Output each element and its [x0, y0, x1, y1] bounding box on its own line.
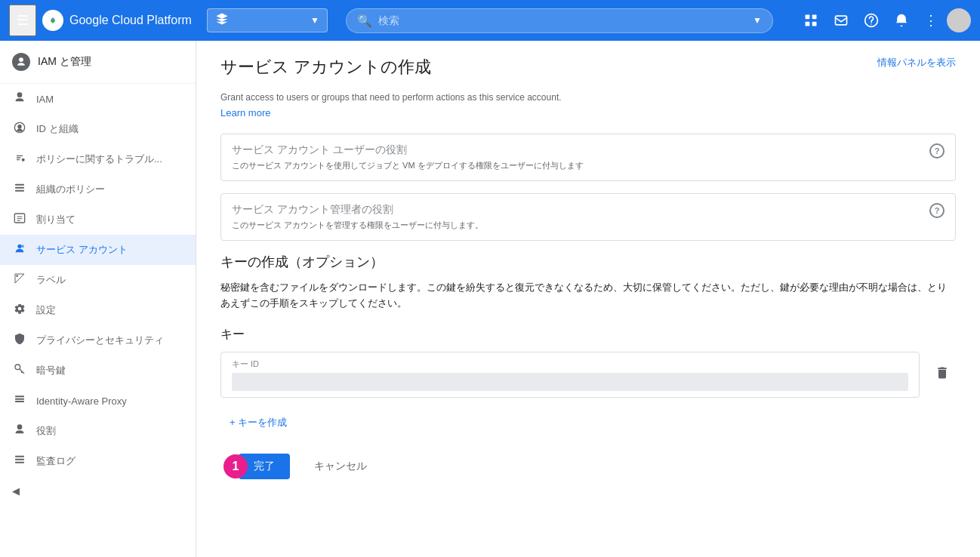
- support-icon[interactable]: [827, 7, 855, 34]
- svg-rect-4: [812, 22, 817, 26]
- app-title: Google Cloud Platform: [69, 14, 192, 27]
- project-dropdown-icon: ▼: [310, 15, 319, 26]
- label-icon: [12, 272, 27, 288]
- page-header: サービス アカウントの作成 情報パネルを表示: [220, 56, 956, 78]
- header-actions: ⋮: [797, 6, 971, 35]
- key-section-title: キーの作成（オプション）: [220, 253, 956, 271]
- sidebar-item-label: プライバシーとセキュリティ: [36, 334, 164, 347]
- user-role-field-content: サービス アカウント ユーザーの役割 このサービス アカウントを使用してジョブと…: [232, 143, 584, 171]
- service-account-icon: [12, 242, 27, 257]
- user-avatar[interactable]: [947, 8, 971, 32]
- project-selector[interactable]: ▼: [207, 8, 328, 32]
- sidebar-item-org-policy[interactable]: 組織のポリシー: [0, 174, 196, 205]
- sidebar-item-allocation[interactable]: 割り当て: [0, 205, 196, 235]
- sidebar-item-label: ラベル: [36, 273, 66, 287]
- apps-icon[interactable]: [797, 7, 824, 34]
- key-section: キーの作成（オプション） 秘密鍵を含むファイルをダウンロードします。この鍵を紛失…: [220, 253, 956, 479]
- sidebar-item-label: ID と組織: [36, 122, 79, 136]
- main-content: サービス アカウントの作成 情報パネルを表示 Grant access to u…: [196, 41, 980, 557]
- user-role-label: サービス アカウント ユーザーの役割: [232, 143, 584, 157]
- cancel-button[interactable]: キャンセル: [302, 454, 379, 479]
- privacy-security-icon: [12, 333, 27, 348]
- key-description: 秘密鍵を含むファイルをダウンロードします。この鍵を紛失すると復元できなくなるため…: [220, 280, 956, 312]
- admin-role-description: このサービス アカウントを管理する権限をユーザーに付与します。: [232, 220, 483, 231]
- id-org-icon: [12, 122, 27, 137]
- user-role-description: このサービス アカウントを使用してジョブと VM をデプロイする権限をユーザーに…: [232, 160, 584, 171]
- user-role-help-icon[interactable]: ?: [929, 143, 945, 158]
- sidebar-item-id-org[interactable]: ID と組織: [0, 114, 196, 144]
- svg-rect-5: [836, 16, 847, 25]
- search-input[interactable]: [378, 14, 747, 26]
- sidebar-item-crypto-key[interactable]: 暗号鍵: [0, 355, 196, 386]
- svg-rect-24: [15, 462, 24, 463]
- description-text: Grant access to users or groups that nee…: [220, 91, 956, 104]
- layout: IAM と管理 IAM ID と組織: [0, 41, 980, 557]
- org-policy-icon: [12, 182, 27, 197]
- svg-point-18: [15, 365, 20, 370]
- svg-rect-11: [15, 184, 24, 186]
- svg-rect-21: [15, 401, 24, 402]
- svg-point-17: [16, 275, 18, 277]
- app-logo: Google Cloud Platform: [42, 10, 192, 31]
- sidebar-item-label: IAM: [36, 94, 54, 105]
- svg-rect-23: [15, 459, 24, 460]
- page-title: サービス アカウントの作成: [220, 56, 431, 78]
- project-selector-icon: [215, 12, 229, 29]
- identity-proxy-icon: [12, 393, 27, 408]
- admin-role-label: サービス アカウント管理者の役割: [232, 203, 483, 217]
- iam-icon: [12, 91, 27, 106]
- sidebar-item-identity-proxy[interactable]: Identity-Aware Proxy: [0, 386, 196, 416]
- sidebar-item-label: ポリシーに関するトラブル...: [36, 152, 162, 166]
- svg-point-9: [17, 125, 21, 128]
- add-key-button[interactable]: + キーを作成: [220, 410, 296, 435]
- policy-trouble-icon: [12, 152, 27, 167]
- done-btn-wrapper: 1 完了: [239, 454, 290, 479]
- header: ☰ Google Cloud Platform ▼ 🔍 ▼: [0, 0, 980, 41]
- info-panel-link[interactable]: 情報パネルを表示: [877, 56, 956, 69]
- key-id-value: [232, 373, 908, 391]
- gcp-logo-icon: [42, 10, 63, 31]
- delete-key-button[interactable]: [929, 359, 956, 390]
- admin-role-field-row: サービス アカウント管理者の役割 このサービス アカウントを管理する権限をユーザ…: [220, 193, 956, 241]
- key-row: キー ID: [220, 352, 956, 398]
- svg-rect-14: [14, 214, 24, 223]
- notifications-icon[interactable]: [888, 7, 915, 34]
- role-icon: [12, 423, 27, 439]
- iam-header-icon: [12, 53, 30, 71]
- settings-icon: [12, 303, 27, 318]
- sidebar-title: IAM と管理: [38, 55, 91, 69]
- allocation-icon: [12, 212, 27, 227]
- sidebar-collapse-btn[interactable]: ◀: [0, 476, 196, 506]
- action-row: 1 完了 キャンセル: [220, 454, 956, 479]
- admin-role-help-icon[interactable]: ?: [929, 203, 945, 218]
- sidebar-item-label[interactable]: ラベル: [0, 265, 196, 295]
- admin-role-field-content: サービス アカウント管理者の役割 このサービス アカウントを管理する権限をユーザ…: [232, 203, 483, 231]
- sidebar-item-label: 組織のポリシー: [36, 183, 105, 196]
- sidebar-item-label: 役割: [36, 424, 56, 438]
- svg-rect-1: [806, 15, 810, 20]
- svg-point-7: [871, 23, 872, 25]
- sidebar-item-label: 設定: [36, 303, 56, 317]
- sidebar-item-privacy-security[interactable]: プライバシーとセキュリティ: [0, 325, 196, 355]
- search-dropdown-icon: ▼: [753, 15, 762, 26]
- sidebar-header: IAM と管理: [0, 41, 196, 84]
- key-input-container: キー ID: [220, 352, 920, 398]
- learn-more-link[interactable]: Learn more: [220, 107, 270, 118]
- help-icon[interactable]: [858, 7, 885, 34]
- sidebar-item-label: 暗号鍵: [36, 364, 66, 377]
- annotation-badge-1: 1: [223, 454, 248, 479]
- more-icon[interactable]: ⋮: [918, 6, 944, 35]
- sidebar-item-policy-trouble[interactable]: ポリシーに関するトラブル...: [0, 144, 196, 174]
- sidebar-item-service-account[interactable]: サービス アカウント: [0, 235, 196, 265]
- admin-role-field[interactable]: サービス アカウント管理者の役割 このサービス アカウントを管理する権限をユーザ…: [220, 193, 956, 241]
- menu-icon[interactable]: ☰: [9, 5, 36, 36]
- sidebar-item-settings[interactable]: 設定: [0, 295, 196, 325]
- audit-log-icon: [12, 454, 27, 469]
- sidebar-item-iam[interactable]: IAM: [0, 84, 196, 114]
- sidebar-item-role[interactable]: 役割: [0, 416, 196, 446]
- sidebar-item-audit-log[interactable]: 監査ログ: [0, 446, 196, 476]
- crypto-key-icon: [12, 363, 27, 378]
- user-role-field-row: サービス アカウント ユーザーの役割 このサービス アカウントを使用してジョブと…: [220, 134, 956, 181]
- user-role-field[interactable]: サービス アカウント ユーザーの役割 このサービス アカウントを使用してジョブと…: [220, 134, 956, 181]
- svg-point-15: [17, 245, 21, 248]
